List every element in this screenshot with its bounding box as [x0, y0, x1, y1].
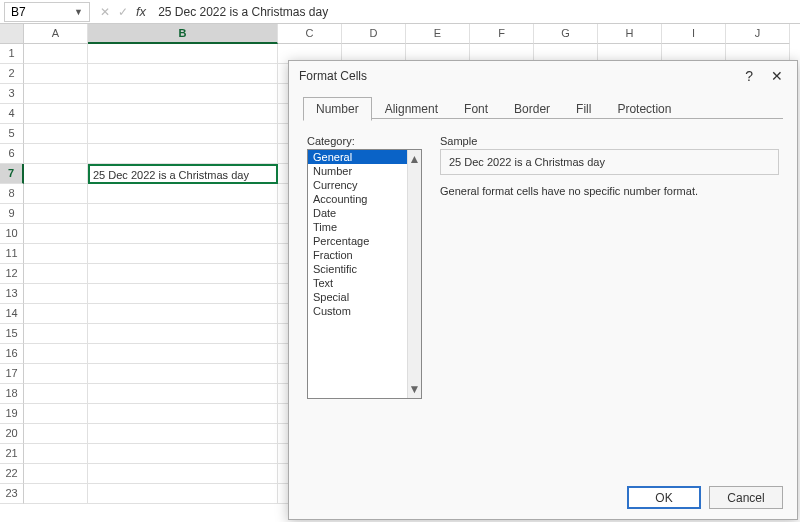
- cell-A2[interactable]: [24, 64, 88, 84]
- category-general[interactable]: General: [308, 150, 407, 164]
- row-header-14[interactable]: 14: [0, 304, 24, 324]
- help-icon[interactable]: ?: [745, 68, 753, 84]
- cell-B5[interactable]: [88, 124, 278, 144]
- cell-B17[interactable]: [88, 364, 278, 384]
- row-header-12[interactable]: 12: [0, 264, 24, 284]
- cell-B15[interactable]: [88, 324, 278, 344]
- category-text[interactable]: Text: [308, 276, 407, 290]
- scroll-down-icon[interactable]: ▼: [409, 380, 421, 398]
- ok-button[interactable]: OK: [627, 486, 701, 509]
- cell-B16[interactable]: [88, 344, 278, 364]
- cell-A16[interactable]: [24, 344, 88, 364]
- row-header-17[interactable]: 17: [0, 364, 24, 384]
- category-currency[interactable]: Currency: [308, 178, 407, 192]
- category-special[interactable]: Special: [308, 290, 407, 304]
- column-header-H[interactable]: H: [598, 24, 662, 44]
- cell-A21[interactable]: [24, 444, 88, 464]
- category-time[interactable]: Time: [308, 220, 407, 234]
- cell-A10[interactable]: [24, 224, 88, 244]
- cell-A11[interactable]: [24, 244, 88, 264]
- category-listbox[interactable]: GeneralNumberCurrencyAccountingDateTimeP…: [307, 149, 422, 399]
- cell-B7[interactable]: 25 Dec 2022 is a Christmas day: [88, 164, 278, 184]
- cell-A17[interactable]: [24, 364, 88, 384]
- cell-A14[interactable]: [24, 304, 88, 324]
- cell-A19[interactable]: [24, 404, 88, 424]
- cell-B14[interactable]: [88, 304, 278, 324]
- column-header-A[interactable]: A: [24, 24, 88, 44]
- tab-number[interactable]: Number: [303, 97, 372, 121]
- cell-A5[interactable]: [24, 124, 88, 144]
- cell-A18[interactable]: [24, 384, 88, 404]
- cell-B11[interactable]: [88, 244, 278, 264]
- cell-B21[interactable]: [88, 444, 278, 464]
- scrollbar[interactable]: ▲ ▼: [407, 150, 421, 398]
- formula-input[interactable]: 25 Dec 2022 is a Christmas day: [152, 3, 800, 21]
- row-header-4[interactable]: 4: [0, 104, 24, 124]
- cell-A15[interactable]: [24, 324, 88, 344]
- column-header-I[interactable]: I: [662, 24, 726, 44]
- cell-A6[interactable]: [24, 144, 88, 164]
- row-header-6[interactable]: 6: [0, 144, 24, 164]
- chevron-down-icon[interactable]: ▼: [74, 7, 83, 17]
- row-header-9[interactable]: 9: [0, 204, 24, 224]
- cell-A7[interactable]: [24, 164, 88, 184]
- row-header-20[interactable]: 20: [0, 424, 24, 444]
- cell-A12[interactable]: [24, 264, 88, 284]
- category-accounting[interactable]: Accounting: [308, 192, 407, 206]
- cell-A3[interactable]: [24, 84, 88, 104]
- row-header-7[interactable]: 7: [0, 164, 24, 184]
- cell-A1[interactable]: [24, 44, 88, 64]
- cell-B19[interactable]: [88, 404, 278, 424]
- column-header-B[interactable]: B: [88, 24, 278, 44]
- cell-A22[interactable]: [24, 464, 88, 484]
- column-header-C[interactable]: C: [278, 24, 342, 44]
- cell-A8[interactable]: [24, 184, 88, 204]
- row-header-19[interactable]: 19: [0, 404, 24, 424]
- row-header-16[interactable]: 16: [0, 344, 24, 364]
- row-header-3[interactable]: 3: [0, 84, 24, 104]
- row-header-5[interactable]: 5: [0, 124, 24, 144]
- cancel-button[interactable]: Cancel: [709, 486, 783, 509]
- name-box[interactable]: B7 ▼: [4, 2, 90, 22]
- row-header-1[interactable]: 1: [0, 44, 24, 64]
- cell-B8[interactable]: [88, 184, 278, 204]
- column-header-F[interactable]: F: [470, 24, 534, 44]
- cell-B9[interactable]: [88, 204, 278, 224]
- row-header-8[interactable]: 8: [0, 184, 24, 204]
- column-header-E[interactable]: E: [406, 24, 470, 44]
- cell-A9[interactable]: [24, 204, 88, 224]
- column-header-J[interactable]: J: [726, 24, 790, 44]
- cell-A4[interactable]: [24, 104, 88, 124]
- category-number[interactable]: Number: [308, 164, 407, 178]
- scroll-up-icon[interactable]: ▲: [409, 150, 421, 168]
- cell-B12[interactable]: [88, 264, 278, 284]
- category-fraction[interactable]: Fraction: [308, 248, 407, 262]
- row-header-22[interactable]: 22: [0, 464, 24, 484]
- fx-icon[interactable]: fx: [136, 4, 146, 19]
- category-date[interactable]: Date: [308, 206, 407, 220]
- column-header-D[interactable]: D: [342, 24, 406, 44]
- select-all-corner[interactable]: [0, 24, 24, 44]
- category-custom[interactable]: Custom: [308, 304, 407, 318]
- close-icon[interactable]: ✕: [767, 68, 787, 84]
- row-header-18[interactable]: 18: [0, 384, 24, 404]
- cell-B1[interactable]: [88, 44, 278, 64]
- row-header-21[interactable]: 21: [0, 444, 24, 464]
- cell-B22[interactable]: [88, 464, 278, 484]
- row-header-11[interactable]: 11: [0, 244, 24, 264]
- cell-B6[interactable]: [88, 144, 278, 164]
- cell-A20[interactable]: [24, 424, 88, 444]
- row-header-10[interactable]: 10: [0, 224, 24, 244]
- cell-B3[interactable]: [88, 84, 278, 104]
- category-scientific[interactable]: Scientific: [308, 262, 407, 276]
- cell-A23[interactable]: [24, 484, 88, 504]
- cell-B4[interactable]: [88, 104, 278, 124]
- row-header-13[interactable]: 13: [0, 284, 24, 304]
- row-header-2[interactable]: 2: [0, 64, 24, 84]
- cell-B10[interactable]: [88, 224, 278, 244]
- column-header-G[interactable]: G: [534, 24, 598, 44]
- cell-B13[interactable]: [88, 284, 278, 304]
- cell-B20[interactable]: [88, 424, 278, 444]
- cell-B23[interactable]: [88, 484, 278, 504]
- cell-B2[interactable]: [88, 64, 278, 84]
